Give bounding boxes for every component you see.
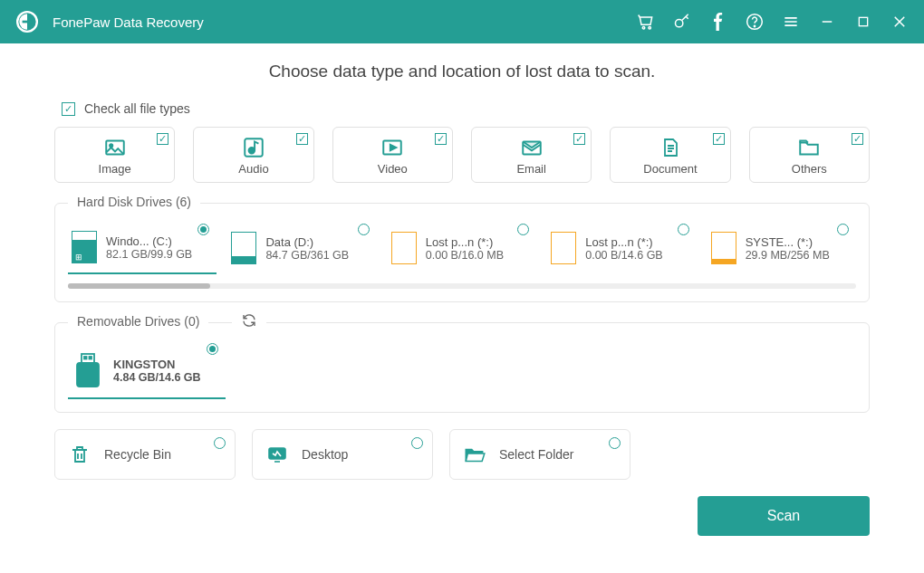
removable-kingston[interactable]: KINGSTON 4.84 GB/14.6 GB: [68, 347, 226, 399]
hard-disk-section: Hard Disk Drives (6) ⊞ Windo... (C:) 82.…: [54, 203, 870, 302]
filetype-label: Email: [516, 162, 546, 176]
check-all-row[interactable]: ✓ Check all file types: [62, 101, 870, 116]
desktop-card[interactable]: Desktop: [252, 429, 433, 480]
footer: Scan: [54, 496, 870, 536]
drive-radio[interactable]: [678, 224, 689, 235]
filetype-row: ✓ Image ✓ Audio ✓ Video ✓ Email: [54, 127, 870, 183]
filetype-document[interactable]: ✓ Document: [610, 127, 730, 183]
drive-scrollbar[interactable]: [68, 283, 856, 289]
filetype-email[interactable]: ✓ Email: [471, 127, 592, 183]
close-icon[interactable]: [890, 12, 910, 32]
drive-icon: [231, 232, 256, 264]
svg-point-3: [676, 20, 683, 27]
drive-icon: [711, 232, 736, 264]
extra-label: Recycle Bin: [104, 447, 171, 462]
filetype-check-icon: ✓: [852, 133, 863, 145]
image-icon: [103, 135, 127, 160]
drive-name: Lost p...n (*:): [426, 235, 504, 249]
facebook-icon[interactable]: [708, 12, 728, 32]
drive-size: 0.00 B/16.0 MB: [426, 249, 504, 262]
drive-system[interactable]: SYSTE... (*:) 29.9 MB/256 MB: [707, 227, 856, 274]
filetype-audio[interactable]: ✓ Audio: [193, 127, 313, 183]
filetype-label: Image: [99, 162, 131, 176]
svg-rect-6: [859, 17, 867, 25]
menu-icon[interactable]: [781, 12, 801, 32]
drive-name: SYSTE... (*:): [746, 235, 830, 249]
filetype-check-icon: ✓: [573, 133, 585, 145]
svg-rect-16: [77, 363, 99, 387]
scan-button[interactable]: Scan: [698, 496, 870, 536]
filetype-check-icon: ✓: [713, 133, 725, 145]
video-icon: [380, 135, 404, 160]
app-logo-icon: [14, 9, 40, 34]
drive-radio[interactable]: [214, 437, 226, 449]
removable-section: Removable Drives (0) KINGSTON 4.84 GB/14: [54, 322, 870, 413]
filetype-label: Audio: [238, 162, 268, 176]
extra-label: Select Folder: [499, 447, 573, 462]
extra-label: Desktop: [302, 447, 348, 462]
drive-size: 0.00 B/14.6 GB: [585, 249, 662, 262]
drive-radio[interactable]: [197, 224, 209, 235]
filetype-others[interactable]: ✓ Others: [749, 127, 870, 183]
drive-icon: [391, 232, 417, 264]
drive-size: 4.84 GB/14.6 GB: [113, 371, 201, 384]
filetype-check-icon: ✓: [296, 133, 308, 145]
filetype-check-icon: ✓: [435, 133, 447, 145]
recycle-bin-card[interactable]: Recycle Bin: [54, 429, 236, 480]
drive-lost-1[interactable]: Lost p...n (*:) 0.00 B/16.0 MB: [388, 227, 536, 274]
refresh-button[interactable]: [232, 312, 266, 332]
hard-disk-title: Hard Disk Drives (6): [68, 195, 200, 209]
svg-rect-15: [90, 357, 92, 359]
drive-name: Lost p...n (*:): [585, 235, 662, 249]
svg-rect-14: [84, 357, 87, 359]
filetype-label: Others: [792, 162, 827, 176]
select-folder-card[interactable]: Select Folder: [449, 429, 630, 480]
svg-rect-13: [82, 354, 94, 363]
check-all-checkbox[interactable]: ✓: [62, 102, 75, 116]
drive-radio[interactable]: [358, 224, 370, 235]
extra-locations: Recycle Bin Desktop Select Folder: [54, 429, 870, 480]
trash-icon: [68, 443, 91, 466]
svg-rect-17: [269, 448, 285, 459]
filetype-video[interactable]: ✓ Video: [332, 127, 453, 183]
refresh-icon: [241, 312, 257, 329]
minimize-icon[interactable]: [817, 12, 837, 32]
svg-point-1: [642, 26, 645, 28]
usb-icon: [72, 352, 104, 388]
desktop-icon: [265, 443, 289, 466]
filetype-image[interactable]: ✓ Image: [54, 127, 175, 183]
help-icon[interactable]: [745, 12, 765, 32]
drive-icon: ⊞: [72, 231, 97, 263]
key-icon[interactable]: [672, 12, 692, 32]
audio-icon: [242, 135, 265, 160]
document-icon: [659, 135, 681, 160]
drive-icon: [551, 232, 576, 264]
folder-open-icon: [463, 443, 486, 466]
folder-icon: [797, 135, 821, 160]
filetype-label: Video: [378, 162, 408, 176]
drive-d[interactable]: Data (D:) 84.7 GB/361 GB: [227, 227, 376, 274]
cart-icon[interactable]: [636, 12, 656, 32]
maximize-icon[interactable]: [853, 12, 873, 32]
drive-size: 84.7 GB/361 GB: [265, 249, 349, 262]
drive-name: KINGSTON: [113, 358, 201, 371]
svg-point-5: [754, 25, 755, 26]
drive-size: 29.9 MB/256 MB: [746, 249, 830, 262]
svg-point-2: [649, 26, 651, 28]
windows-badge-icon: ⊞: [74, 253, 83, 262]
titlebar: FonePaw Data Recovery: [0, 0, 924, 43]
filetype-check-icon: ✓: [157, 133, 168, 145]
drive-radio[interactable]: [609, 437, 621, 449]
drive-name: Windo... (C:): [106, 234, 192, 248]
drive-radio[interactable]: [207, 343, 218, 355]
check-all-label: Check all file types: [84, 101, 190, 116]
email-icon: [520, 135, 544, 160]
drive-c[interactable]: ⊞ Windo... (C:) 82.1 GB/99.9 GB: [68, 227, 217, 274]
drive-radio[interactable]: [517, 224, 529, 235]
drive-radio[interactable]: [411, 437, 423, 449]
removable-title: Removable Drives (0): [68, 314, 208, 329]
drive-lost-2[interactable]: Lost p...n (*:) 0.00 B/14.6 GB: [547, 227, 696, 274]
app-title: FonePaw Data Recovery: [53, 14, 204, 30]
main-content: Choose data type and location of lost da…: [0, 43, 924, 550]
drive-radio[interactable]: [837, 224, 849, 235]
